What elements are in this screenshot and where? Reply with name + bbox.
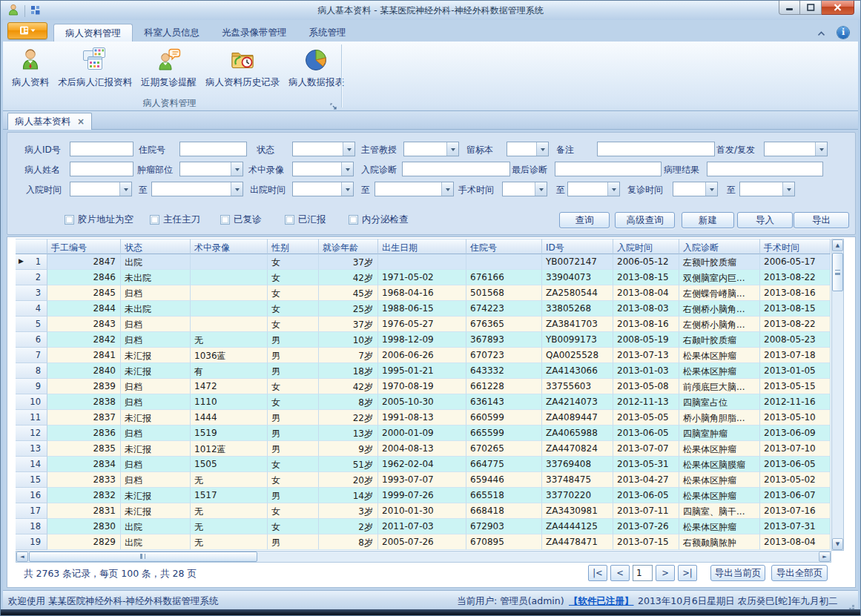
ribbon-tab-disc-video-management[interactable]: 光盘录像带管理 [211,24,298,42]
filter-select-first-or-recurrent[interactable] [764,142,828,156]
page-number-input[interactable] [633,565,653,581]
checkbox-box-icon[interactable] [65,215,74,225]
checkbox-endocrine-exam[interactable]: 内分泌检查 [349,213,409,226]
ribbon-button-patient-data-history[interactable]: 病人资料历史记录 [201,44,284,100]
export-all-pages-button[interactable]: 导出全部页 [771,565,828,581]
checkbox-revisited[interactable]: 已复诊 [220,213,262,226]
filter-select-surgery-date-from[interactable] [502,182,547,196]
row-header[interactable]: 6 [16,332,47,348]
advanced-query-button[interactable]: 高级查询 [615,212,675,228]
row-header[interactable]: 2 [16,270,47,285]
table-row[interactable]: 182830出院无女2岁2011-07-03672903ZA4444125201… [16,519,831,534]
grid-header-surgery-video[interactable]: 术中录像 [191,239,268,254]
filter-select-revisit-date-to[interactable] [739,182,795,196]
checkbox-box-icon[interactable] [150,215,159,225]
table-row[interactable]: 132835未汇报1012蓝男9岁2004-08-13670265ZA44708… [16,441,831,457]
table-row[interactable]: 152833归档无女20岁1993-07-0765944633748475201… [16,472,831,488]
ribbon-tab-system-management[interactable]: 系统管理 [298,24,357,42]
dropdown-arrow-icon[interactable] [341,162,353,176]
table-row[interactable]: 142834归档1505女51岁1962-02-0466477533769408… [16,457,831,472]
filter-select-admission-date-to[interactable] [151,182,243,196]
row-header[interactable]: 10 [16,394,47,410]
grid-header-status[interactable]: 状态 [121,239,191,254]
dropdown-arrow-icon[interactable] [119,182,131,196]
ribbon-tab-department-staff-info[interactable]: 科室人员信息 [133,24,211,42]
close-button[interactable] [822,1,854,15]
table-row[interactable]: 172831未汇报无女3岁2010-01-30668418ZA343098120… [16,503,831,519]
vertical-scroll-thumb[interactable] [832,253,843,291]
last-page-button[interactable]: >| [678,565,697,581]
dropdown-arrow-icon[interactable] [705,182,717,196]
row-header[interactable]: 12 [16,425,47,441]
grid-header-inpatient-no[interactable]: 住院号 [466,239,542,254]
table-row[interactable]: 22846未出院女42岁1971-05-02676166339040732013… [16,270,831,285]
dropdown-arrow-icon[interactable] [446,142,458,156]
grid-header-surgery-date[interactable]: 手术时间 [760,239,831,254]
filter-select-revisit-date-from[interactable] [673,182,718,196]
import-button[interactable]: 导入 [737,212,793,228]
row-header[interactable]: 5 [16,317,47,332]
scroll-up-icon[interactable]: ▲ [832,239,843,251]
table-row[interactable]: ▶12847出院女37岁YB00721472006-05-12左额叶胶质瘤200… [16,254,831,270]
table-row[interactable]: 72841未汇报1036蓝男7岁2006-06-26670723QA002552… [16,348,831,363]
filter-input-last-diagnosis[interactable] [555,162,662,176]
maximize-button[interactable] [800,1,822,15]
checkbox-reported[interactable]: 已汇报 [285,213,326,226]
tab-patient-basic-data[interactable]: 病人基本资料 × [7,113,92,130]
filter-input-inpatient-no[interactable] [179,142,247,156]
filter-select-discharge-date-to[interactable] [375,182,454,196]
filter-select-status[interactable] [292,142,355,156]
prev-page-button[interactable]: < [610,565,630,581]
filter-input-pathology-result[interactable] [707,162,823,176]
filter-select-admission-date-from[interactable] [70,182,132,196]
filter-select-tumor-site[interactable] [179,162,243,176]
filter-select-surgery-video[interactable] [292,162,354,176]
tab-close-icon[interactable]: × [77,117,85,126]
grid-header-birth-date[interactable]: 出生日期 [378,239,466,254]
grid-header-visit-age[interactable]: 就诊年龄 [319,239,378,254]
filter-input-patient-id[interactable] [70,142,133,156]
dropdown-arrow-icon[interactable] [231,182,243,196]
checkbox-chief-surgeon-operated[interactable]: 主任主刀 [150,213,200,226]
row-header[interactable]: 7 [16,348,47,363]
ribbon-button-patient-data-report[interactable]: 病人数据报表 [284,44,349,100]
query-button[interactable]: 查询 [559,212,610,228]
row-header[interactable]: 19 [16,534,47,550]
ribbon-button-revisit-reminder[interactable]: 近期复诊提醒 [136,44,201,100]
dropdown-arrow-icon[interactable] [815,142,827,156]
table-row[interactable]: 82840未汇报有男18岁1995-01-21643332ZA414306620… [16,363,831,379]
row-header[interactable]: 14 [16,457,47,472]
row-header[interactable]: 16 [16,488,47,503]
next-page-button[interactable]: > [656,565,675,581]
horizontal-scroll-thumb[interactable] [29,552,257,562]
row-header[interactable]: 3 [16,285,47,301]
table-row[interactable]: 62842归档无男10岁1998-12-09367893YB0099173200… [16,332,831,348]
table-row[interactable]: 122836归档1519男13岁2000-01-09665599ZA406598… [16,425,831,441]
grid-header-gender[interactable]: 性别 [268,239,319,254]
new-button[interactable]: 新建 [682,212,734,228]
table-row[interactable]: 192829出院无男8岁2005-07-26670895ZA4478471201… [16,534,831,550]
resize-grip[interactable] [852,605,854,607]
dropdown-arrow-icon[interactable] [782,182,794,196]
statusbar-registered-link[interactable]: 【软件已注册】 [569,595,634,608]
table-row[interactable]: 32845归档女45岁1968-04-16501568ZA25805442013… [16,285,831,301]
ribbon-tab-patient-data-management[interactable]: 病人资料管理 [53,24,133,42]
row-header[interactable]: 8 [16,363,47,379]
grid-header-admission-date[interactable]: 入院时间 [613,239,679,254]
checkbox-box-icon[interactable] [349,215,358,225]
app-menu-button[interactable] [7,22,47,39]
dialog-launcher-icon[interactable] [330,100,338,108]
row-header[interactable]: 11 [16,410,47,425]
filter-select-surgery-date-to[interactable] [567,182,620,196]
table-row[interactable]: 162832未汇报1517男14岁1999-07-266655183377022… [16,488,831,503]
dropdown-arrow-icon[interactable] [343,142,354,156]
ribbon-button-patient-data[interactable]: 病人资料 [7,44,53,100]
dropdown-arrow-icon[interactable] [535,182,547,196]
row-header[interactable]: 13 [16,441,47,457]
scroll-left-icon[interactable]: ◄ [16,552,28,562]
first-page-button[interactable]: |< [588,565,607,581]
table-row[interactable]: 52843归档女37岁1976-05-27676365ZA38417032013… [16,317,831,332]
checkbox-box-icon[interactable] [285,215,294,225]
grid-header-manual-no[interactable]: 手工编号 [47,239,121,254]
minimize-button[interactable] [779,1,800,15]
